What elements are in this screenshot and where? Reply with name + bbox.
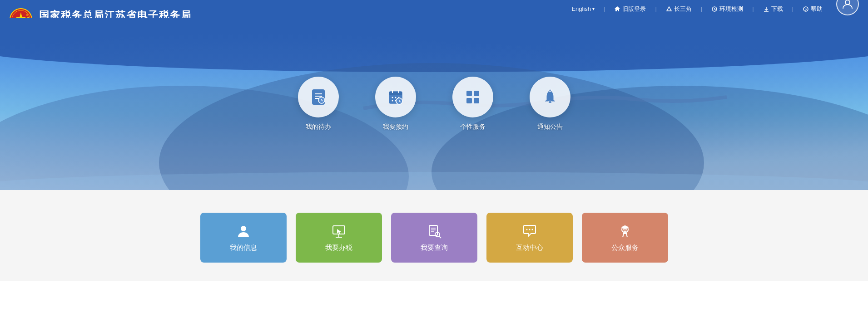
hero-icon-personal-service[interactable]: 个性服务: [452, 77, 493, 131]
card-interaction[interactable]: 互动中心: [486, 213, 573, 263]
login-user-button[interactable]: [836, 0, 859, 15]
house-icon: [614, 6, 620, 12]
notice-circle: [530, 77, 570, 117]
nav-divider-1: |: [604, 5, 605, 12]
person-icon: [236, 224, 251, 239]
appointment-label: 我要预约: [383, 123, 408, 131]
language-label: English: [571, 5, 591, 12]
nav-item-yangtze[interactable]: 长三角: [666, 5, 692, 13]
svg-point-16: [845, 0, 850, 5]
svg-rect-43: [474, 91, 479, 96]
svg-point-59: [529, 229, 530, 230]
svg-point-46: [549, 89, 551, 92]
tax-handle-label: 我要办税: [325, 244, 352, 252]
nav-divider-5: |: [792, 5, 794, 12]
hero-icon-appointment[interactable]: 我要预约: [375, 77, 416, 131]
bottom-section: 我的信息 我要办税 我要查询 互动中心: [0, 190, 868, 281]
svg-point-35: [395, 97, 396, 98]
todo-icon: [309, 88, 328, 107]
svg-rect-44: [466, 98, 472, 103]
card-public-service[interactable]: 公众服务: [582, 213, 668, 263]
appointment-circle: [375, 77, 416, 117]
triangle-icon: [666, 6, 672, 12]
nav-divider-3: |: [701, 5, 702, 12]
svg-point-48: [241, 226, 246, 231]
chevron-down-icon: ▾: [592, 6, 595, 11]
svg-rect-45: [474, 98, 479, 103]
nav-item-yangtze-label: 长三角: [674, 5, 692, 13]
nav-item-old-login-label: 旧版登录: [622, 5, 646, 13]
tax-query-label: 我要查询: [421, 244, 448, 252]
svg-line-57: [439, 236, 441, 238]
svg-line-68: [626, 234, 627, 237]
card-my-info[interactable]: 我的信息: [200, 213, 287, 263]
download-icon: [763, 6, 769, 12]
bell-icon: [541, 88, 560, 107]
interaction-label: 互动中心: [516, 244, 543, 252]
card-tax-query[interactable]: 我要查询: [391, 213, 477, 263]
personal-service-icon: [463, 88, 482, 107]
search-document-icon: [427, 224, 442, 239]
card-tax-handle[interactable]: 我要办税: [296, 213, 382, 263]
nav-item-download-label: 下载: [771, 5, 783, 13]
my-todo-circle: [298, 77, 339, 117]
svg-point-60: [531, 229, 533, 230]
svg-text:?: ?: [805, 8, 807, 12]
nav-item-help[interactable]: ? 帮助: [803, 5, 823, 13]
svg-line-67: [623, 234, 624, 237]
user-icon: [841, 0, 854, 10]
language-selector[interactable]: English ▾: [571, 5, 595, 12]
hero-banner: 我的待办: [0, 18, 868, 190]
nav-divider-2: |: [655, 5, 656, 12]
svg-point-37: [392, 100, 393, 102]
notice-label: 通知公告: [537, 123, 563, 131]
svg-marker-8: [667, 7, 671, 11]
my-todo-label: 我的待办: [306, 123, 331, 131]
nav-item-env-label: 环境检测: [719, 5, 743, 13]
nav-item-env-check[interactable]: 环境检测: [711, 5, 743, 13]
wrench-icon: [711, 6, 718, 12]
svg-rect-52: [429, 225, 437, 235]
svg-rect-42: [466, 91, 472, 96]
svg-point-47: [548, 101, 552, 103]
personal-service-label: 个性服务: [460, 123, 486, 131]
svg-rect-31: [389, 92, 402, 95]
nav-divider-4: |: [752, 5, 754, 12]
hero-icons-container: 我的待办: [298, 77, 570, 131]
monitor-icon: [331, 224, 347, 239]
help-icon: ?: [803, 6, 809, 12]
hero-icon-my-todo[interactable]: 我的待办: [298, 77, 339, 131]
nav-item-old-login[interactable]: 旧版登录: [614, 5, 646, 13]
appointment-icon: [386, 88, 405, 107]
chat-icon: [522, 224, 537, 239]
svg-point-58: [526, 229, 527, 230]
top-nav-bar: 中国税务 国家税务总局江苏省电子税务局 English ▾ | 旧版登录 |: [0, 0, 868, 18]
nav-item-help-label: 帮助: [811, 5, 823, 13]
my-info-label: 我的信息: [230, 244, 257, 252]
public-service-icon: [617, 224, 633, 239]
personal-service-circle: [452, 77, 493, 117]
nav-item-download[interactable]: 下载: [763, 5, 783, 13]
svg-line-11: [714, 9, 716, 10]
hero-icon-notice[interactable]: 通知公告: [530, 77, 570, 131]
public-service-label: 公众服务: [611, 244, 639, 252]
svg-point-34: [392, 97, 393, 98]
